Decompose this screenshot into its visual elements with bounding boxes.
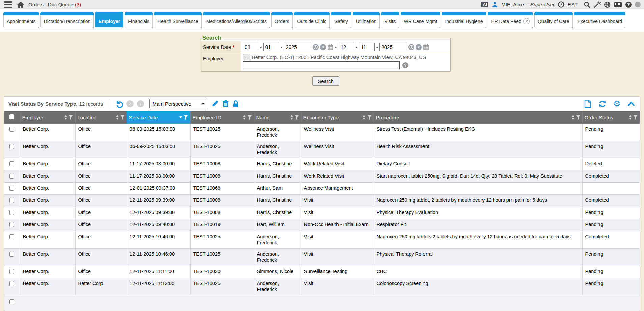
new-document-icon[interactable] (584, 100, 591, 108)
to-day-input[interactable] (359, 43, 375, 51)
cell-location: Office (75, 158, 127, 170)
column-header-procedure[interactable]: Procedure (374, 111, 582, 124)
row-checkbox[interactable] (9, 234, 14, 239)
select-all-checkbox[interactable] (9, 114, 14, 119)
footer-select-checkbox[interactable] (9, 299, 14, 304)
sort-icon[interactable] (243, 115, 246, 120)
row-checkbox[interactable] (9, 281, 14, 286)
tab-wr-case-mgmt[interactable]: WR Case Mgmt (401, 12, 441, 27)
to-month-input[interactable] (339, 43, 354, 51)
perspective-select[interactable]: Main Perspective (149, 99, 206, 108)
menu-icon[interactable] (3, 1, 13, 9)
row-checkbox[interactable] (9, 222, 14, 227)
filter-icon[interactable] (120, 115, 125, 120)
to-year-input[interactable] (379, 43, 407, 51)
row-checkbox[interactable] (9, 161, 14, 166)
prev-perspective-icon[interactable]: ‹ (126, 100, 134, 107)
from-year-input[interactable] (284, 43, 311, 51)
breadcrumb-page[interactable]: Doc Queue (3) (48, 2, 81, 7)
filter-icon[interactable] (633, 115, 638, 120)
remove-employer-button[interactable]: − (243, 54, 250, 60)
employer-help-icon[interactable]: ? (402, 62, 408, 68)
row-checkbox[interactable] (9, 144, 14, 149)
tab-safety[interactable]: Safety (331, 12, 351, 27)
cell-service-date: 06-09-2025 15:03:00 (127, 141, 190, 158)
from-time-icon[interactable] (313, 44, 319, 50)
tab-health-surveillance[interactable]: Health Surveillance (154, 12, 202, 27)
from-calendar-icon[interactable] (327, 44, 333, 50)
filter-icon[interactable] (69, 115, 73, 120)
tab-orders[interactable]: Orders (271, 12, 293, 27)
cell-procedure: Naproxen 250 mg tablets 2 tablets by mou… (374, 231, 582, 248)
filter-icon[interactable] (247, 115, 252, 120)
next-perspective-icon[interactable]: › (137, 100, 144, 107)
sort-icon[interactable] (64, 115, 67, 120)
column-header-service-date[interactable]: Service Date (127, 111, 190, 124)
collapse-icon[interactable] (627, 101, 635, 106)
user-name[interactable]: MIE, Alice (501, 2, 524, 7)
clock-icon[interactable] (558, 1, 564, 8)
tab-outside-clinic[interactable]: Outside Clinic (294, 12, 330, 27)
column-header-employer[interactable]: Employer (20, 111, 75, 124)
tab-industrial-hygiene[interactable]: Industrial Hygiene (442, 12, 486, 27)
refresh-icon[interactable] (598, 100, 607, 108)
tab-quality-of-care[interactable]: Quality of Care (534, 12, 573, 27)
filter-icon[interactable] (367, 115, 372, 120)
lock-icon[interactable] (232, 100, 239, 108)
undo-icon[interactable] (115, 100, 123, 108)
tab-appointments[interactable]: Appointments (3, 12, 39, 27)
user-icon[interactable] (492, 1, 498, 8)
filter-icon[interactable] (576, 115, 580, 120)
to-clear-icon[interactable]: ✕ (416, 44, 422, 50)
from-day-input[interactable] (263, 43, 279, 51)
from-month-input[interactable] (243, 43, 258, 51)
search-button[interactable]: Search (312, 76, 339, 86)
globe-phone-icon[interactable] (604, 1, 611, 8)
tab-visits[interactable]: Visits (381, 12, 399, 27)
cell-employee-id: TEST-10025 (190, 231, 254, 248)
sort-desc-icon[interactable] (179, 116, 182, 118)
employer-search-input[interactable] (243, 61, 400, 69)
sort-icon[interactable] (363, 115, 365, 120)
home-icon[interactable] (17, 1, 24, 8)
column-header-location[interactable]: Location (75, 111, 127, 124)
row-checkbox[interactable] (9, 127, 14, 132)
tab-executive-dashboard[interactable]: Executive Dashboard (574, 12, 625, 27)
breadcrumb-section[interactable]: Orders (28, 2, 44, 7)
sort-icon[interactable] (116, 115, 119, 120)
row-checkbox[interactable] (9, 174, 14, 179)
sort-icon[interactable] (629, 115, 632, 120)
ai-badge[interactable]: AI (481, 2, 488, 7)
tab-employer[interactable]: Employer (95, 12, 123, 27)
filter-icon[interactable] (184, 115, 188, 120)
edit-perspective-icon[interactable] (211, 100, 219, 107)
from-clear-icon[interactable]: ✕ (320, 44, 326, 50)
to-time-icon[interactable] (408, 44, 414, 50)
column-header-name[interactable]: Name (254, 111, 301, 124)
row-checkbox[interactable] (9, 198, 14, 203)
row-checkbox[interactable] (9, 269, 14, 274)
sort-icon[interactable] (290, 115, 293, 120)
tab-hr-data-feed[interactable]: HR Data Feed↗ (488, 12, 533, 27)
column-header-employee-id[interactable]: Employee ID (190, 111, 254, 124)
help-icon[interactable]: ? (625, 2, 632, 8)
row-checkbox[interactable] (9, 252, 14, 257)
to-calendar-icon[interactable] (423, 44, 429, 50)
tab-medications-allergies-scripts[interactable]: Medications/Allergies/Scripts (203, 12, 270, 27)
tab-financials[interactable]: Financials (125, 12, 153, 27)
filter-icon[interactable] (295, 115, 299, 120)
delete-perspective-icon[interactable] (222, 100, 229, 107)
keyboard-icon[interactable] (614, 2, 622, 7)
tab-utilization[interactable]: Utilization (353, 12, 380, 27)
settings-gear-icon[interactable]: ⚙ (613, 100, 621, 108)
row-checkbox-cell (4, 194, 20, 207)
row-checkbox[interactable] (9, 210, 14, 215)
wand-icon[interactable] (594, 1, 601, 8)
row-checkbox[interactable] (9, 186, 14, 191)
tab-dictation-transcription[interactable]: Dictation/Transcription (40, 12, 94, 27)
search-icon[interactable] (584, 1, 590, 8)
cell-name: Harris, Christine (254, 207, 301, 219)
column-header-order-status[interactable]: Order Status (582, 111, 640, 124)
column-header-encounter-type[interactable]: Encounter Type (301, 111, 374, 124)
sort-icon[interactable] (572, 115, 574, 120)
